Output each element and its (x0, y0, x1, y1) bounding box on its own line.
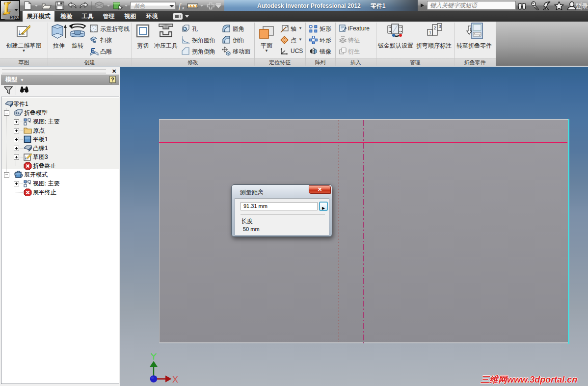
svg-text:颜色: 颜色 (134, 3, 145, 9)
svg-text:2: 2 (434, 26, 436, 30)
svg-text:x: x (182, 5, 185, 10)
svg-text:1: 1 (429, 30, 431, 35)
svg-text:X: X (172, 375, 178, 385)
svg-text:PRO: PRO (10, 15, 20, 20)
svg-text:?: ? (111, 77, 114, 82)
svg-text:3: 3 (439, 24, 441, 29)
svg-text:f: f (179, 2, 182, 10)
